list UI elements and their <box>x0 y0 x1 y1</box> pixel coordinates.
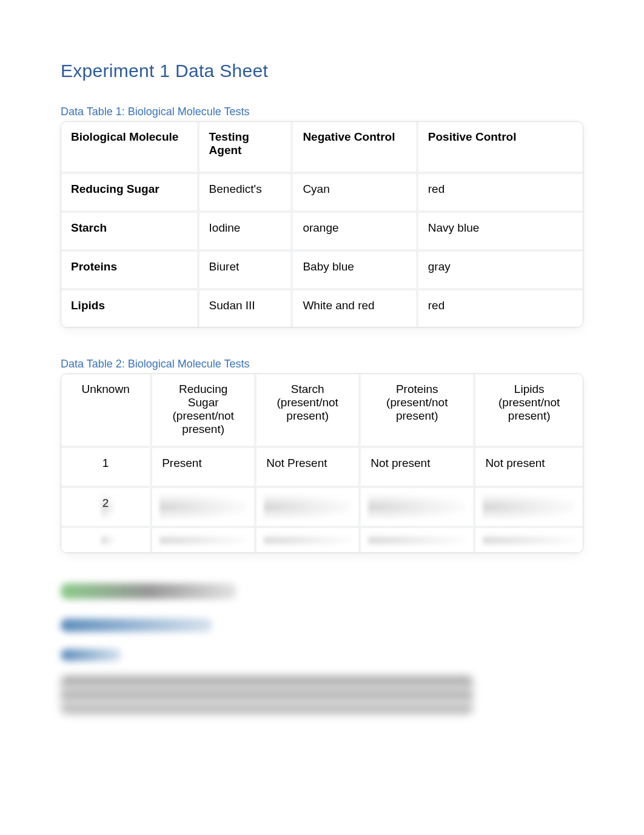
table2-header-unknown: Unknown <box>61 374 150 446</box>
table2-lipids: Not present <box>473 446 583 486</box>
table2-header-lipids: Lipids (present/not present) <box>473 374 583 446</box>
table2-lipids <box>473 526 583 552</box>
table2-proteins: Not present <box>358 446 473 486</box>
table2-wrap: Unknown Reducing Sugar (present/not pres… <box>61 374 583 553</box>
table-row-blurred <box>61 526 583 552</box>
blurred-content-area <box>61 583 583 714</box>
table2-unknown <box>61 526 150 552</box>
table2-header-proteins: Proteins (present/not present) <box>358 374 473 446</box>
table1-molecule: Proteins <box>61 249 197 288</box>
table2-heading: Data Table 2: Biological Molecule Tests <box>61 358 583 371</box>
table1-agent: Benedict's <box>197 172 291 210</box>
table-row: Lipids Sudan III White and red red <box>61 288 583 327</box>
table2-unknown: 2 <box>61 486 150 526</box>
table1-positive: Navy blue <box>416 210 583 249</box>
table-row: Starch Iodine orange Navy blue <box>61 210 583 249</box>
table2-proteins <box>358 486 473 526</box>
table2-header-reducing: Reducing Sugar (present/not present) <box>150 374 254 446</box>
table1: Biological Molecule Testing Agent Negati… <box>61 122 583 327</box>
table1-header-negative: Negative Control <box>290 122 415 172</box>
table1-header-molecule: Biological Molecule <box>61 122 197 172</box>
table1-molecule: Starch <box>61 210 197 249</box>
table2: Unknown Reducing Sugar (present/not pres… <box>61 374 583 552</box>
table2-starch <box>254 486 358 526</box>
table1-molecule: Lipids <box>61 288 197 327</box>
table1-wrap: Biological Molecule Testing Agent Negati… <box>61 121 583 327</box>
table2-reducing <box>150 486 254 526</box>
blurred-paragraph <box>61 676 473 714</box>
table2-reducing: Present <box>150 446 254 486</box>
table1-positive: red <box>416 288 583 327</box>
table1-agent: Iodine <box>197 210 291 249</box>
table1-molecule: Reducing Sugar <box>61 172 197 210</box>
page-title: Experiment 1 Data Sheet <box>61 61 583 81</box>
table1-negative: Cyan <box>290 172 415 210</box>
table2-reducing <box>150 526 254 552</box>
table-row: Reducing Sugar Benedict's Cyan red <box>61 172 583 210</box>
table1-negative: White and red <box>290 288 415 327</box>
table-row: 1 Present Not Present Not present Not pr… <box>61 446 583 486</box>
table1-heading: Data Table 1: Biological Molecule Tests <box>61 106 583 118</box>
table2-lipids <box>473 486 583 526</box>
table1-negative: Baby blue <box>290 249 415 288</box>
table1-positive: red <box>416 172 583 210</box>
blurred-brand-line <box>61 583 236 599</box>
table1-header-positive: Positive Control <box>416 122 583 172</box>
table1-positive: gray <box>416 249 583 288</box>
table2-proteins <box>358 526 473 552</box>
table-row-blurred: 2 <box>61 486 583 526</box>
table-row: Proteins Biuret Baby blue gray <box>61 249 583 288</box>
table2-starch: Not Present <box>254 446 358 486</box>
blurred-subheading <box>61 649 121 661</box>
table1-header-agent: Testing Agent <box>197 122 291 172</box>
table1-header-row: Biological Molecule Testing Agent Negati… <box>61 122 583 172</box>
table2-header-row: Unknown Reducing Sugar (present/not pres… <box>61 374 583 446</box>
table2-starch <box>254 526 358 552</box>
table1-agent: Sudan III <box>197 288 291 327</box>
table2-unknown: 1 <box>61 446 150 486</box>
table1-agent: Biuret <box>197 249 291 288</box>
table2-header-starch: Starch (present/not present) <box>254 374 358 446</box>
table1-negative: orange <box>290 210 415 249</box>
blurred-heading <box>61 619 212 632</box>
